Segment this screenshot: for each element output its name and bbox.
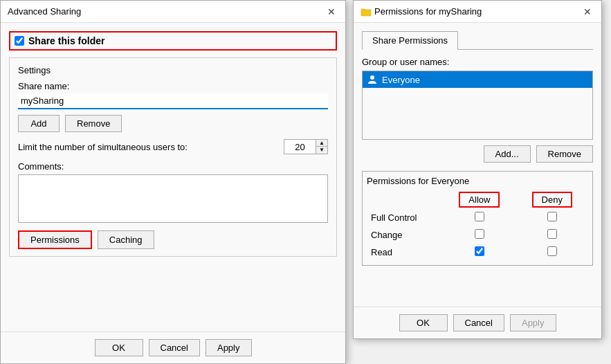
add-remove-row: Add Remove — [18, 115, 328, 132]
share-folder-label[interactable]: Share this folder — [28, 35, 104, 46]
perm-table-header: Permissions for Everyone — [367, 176, 588, 186]
adv-apply-button[interactable]: Apply — [206, 339, 252, 356]
permissions-button[interactable]: Permissions — [18, 230, 92, 249]
comments-textarea[interactable] — [18, 174, 328, 223]
perm-dialog-body: Share Permissions Group or user names: E… — [354, 23, 601, 307]
perm-change-allow[interactable] — [475, 229, 484, 239]
col-deny-header: Deny — [516, 190, 588, 209]
adv-sharing-close-btn[interactable]: ✕ — [325, 5, 338, 19]
perm-ok-button[interactable]: OK — [399, 314, 448, 331]
advanced-sharing-dialog: Advanced Sharing ✕ Share this folder Set… — [0, 0, 346, 364]
share-name-field: Share name: — [18, 81, 328, 109]
tab-bar: Share Permissions — [362, 31, 593, 50]
spinner-up-btn[interactable]: ▲ — [316, 140, 327, 147]
user-item-everyone[interactable]: Everyone — [363, 71, 592, 88]
perm-read-allow-cell — [443, 244, 516, 261]
perm-caching-row: Permissions Caching — [18, 230, 328, 249]
col-allow-header: Allow — [443, 190, 516, 209]
perm-fullcontrol-deny-cell — [516, 209, 588, 226]
perm-title-wrap: Permissions for mySharing — [361, 6, 482, 17]
permissions-table-wrap: Permissions for Everyone Allow Deny — [362, 171, 593, 266]
perm-row-fullcontrol: Full Control — [367, 209, 588, 226]
adv-sharing-body: Share this folder Settings Share name: A… — [1, 23, 345, 331]
perm-fullcontrol-allow[interactable] — [475, 212, 484, 221]
perm-read-allow[interactable] — [475, 246, 484, 256]
perm-apply-button[interactable]: Apply — [510, 314, 556, 331]
perm-read-label: Read — [367, 244, 443, 261]
spinner-down-btn[interactable]: ▼ — [316, 147, 327, 154]
perm-change-allow-cell — [443, 226, 516, 244]
perm-change-label: Change — [367, 226, 443, 244]
user-name-everyone: Everyone — [382, 75, 420, 85]
user-remove-button[interactable]: Remove — [536, 145, 593, 163]
perm-fullcontrol-label: Full Control — [367, 209, 443, 226]
caching-button[interactable]: Caching — [98, 230, 154, 249]
perm-change-deny[interactable] — [547, 229, 557, 239]
add-button[interactable]: Add — [18, 115, 60, 132]
adv-sharing-title: Advanced Sharing — [8, 6, 81, 17]
remove-button[interactable]: Remove — [65, 115, 122, 132]
perm-titlebar: Permissions for mySharing ✕ — [354, 1, 601, 23]
permissions-dialog: Permissions for mySharing ✕ Share Permis… — [353, 0, 602, 339]
perm-dialog-title: Permissions for mySharing — [374, 6, 482, 17]
perm-cancel-button[interactable]: Cancel — [453, 314, 504, 331]
settings-legend: Settings — [18, 65, 328, 75]
adv-sharing-footer: OK Cancel Apply — [1, 331, 345, 363]
user-list: Everyone — [362, 71, 593, 140]
share-folder-checkbox[interactable] — [15, 36, 24, 46]
user-icon — [367, 74, 378, 85]
perm-close-btn[interactable]: ✕ — [581, 5, 594, 19]
adv-sharing-titlebar: Advanced Sharing ✕ — [1, 1, 345, 23]
perm-row-read: Read — [367, 244, 588, 261]
share-folder-section: Share this folder — [9, 31, 337, 51]
settings-group: Settings Share name: Add Remove Limit th… — [9, 57, 337, 257]
limit-spinner: ▲ ▼ — [284, 139, 328, 154]
perm-fullcontrol-allow-cell — [443, 209, 516, 226]
perm-dialog-footer: OK Cancel Apply — [354, 307, 601, 338]
perm-fullcontrol-deny[interactable] — [547, 212, 557, 221]
user-add-remove-row: Add... Remove — [362, 145, 593, 163]
col-permission — [367, 190, 443, 209]
limit-row: Limit the number of simultaneous users t… — [18, 139, 328, 154]
comments-field: Comments: — [18, 161, 328, 225]
adv-ok-button[interactable]: OK — [95, 339, 143, 356]
spinner-arrows: ▲ ▼ — [316, 140, 327, 154]
user-add-button[interactable]: Add... — [484, 145, 531, 163]
perm-row-change: Change — [367, 226, 588, 244]
perm-read-deny[interactable] — [547, 246, 557, 256]
share-name-input[interactable] — [18, 93, 328, 109]
limit-label: Limit the number of simultaneous users t… — [18, 142, 278, 152]
folder-icon — [361, 7, 372, 17]
group-user-label: Group or user names: — [362, 57, 593, 67]
share-name-label: Share name: — [18, 81, 328, 91]
share-permissions-tab[interactable]: Share Permissions — [362, 31, 458, 50]
limit-value-input[interactable] — [284, 140, 316, 154]
comments-label: Comments: — [18, 161, 328, 172]
svg-point-0 — [370, 75, 374, 80]
permissions-table: Allow Deny Full Control — [367, 190, 588, 261]
adv-cancel-button[interactable]: Cancel — [149, 339, 200, 356]
perm-read-deny-cell — [516, 244, 588, 261]
perm-change-deny-cell — [516, 226, 588, 244]
